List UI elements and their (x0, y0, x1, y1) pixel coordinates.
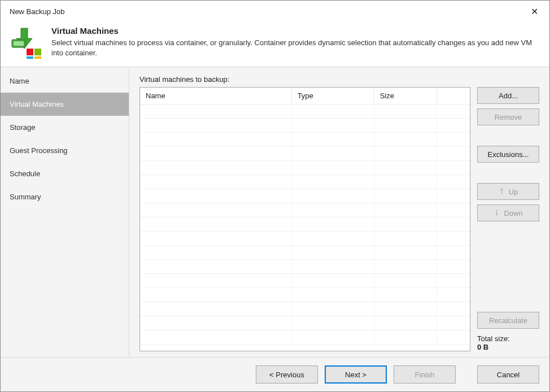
sidebar-item-guest-processing[interactable]: Guest Processing (1, 139, 129, 162)
table-row[interactable] (140, 232, 470, 246)
up-label: Up (509, 188, 518, 196)
next-button[interactable]: Next > (325, 365, 387, 384)
add-button[interactable]: Add... (477, 87, 539, 104)
wizard-footer: < Previous Next > Finish Cancel (1, 357, 549, 391)
arrow-up-icon: 🡑 (499, 188, 505, 195)
exclusions-button[interactable]: Exclusions... (477, 146, 539, 163)
vm-table[interactable]: Name Type Size (139, 87, 470, 351)
sidebar-item-name[interactable]: Name (1, 69, 129, 93)
sidebar-item-virtual-machines[interactable]: Virtual Machines (1, 93, 129, 116)
column-header-size[interactable]: Size (374, 88, 437, 103)
table-row[interactable] (140, 316, 470, 330)
total-size-label: Total size: (477, 334, 539, 343)
column-header-spacer (437, 93, 470, 99)
arrow-down-icon: 🡓 (494, 209, 500, 217)
page-title: Virtual Machines (51, 26, 540, 36)
total-size-value: 0 B (477, 343, 539, 351)
svg-rect-3 (34, 49, 41, 55)
table-body (140, 104, 470, 351)
backup-icon (10, 26, 43, 60)
wizard-sidebar: Name Virtual Machines Storage Guest Proc… (1, 67, 129, 357)
table-label: Virtual machines to backup: (139, 75, 539, 84)
table-row[interactable] (140, 302, 470, 316)
remove-button[interactable]: Remove (477, 108, 539, 125)
table-row[interactable] (140, 260, 470, 274)
sidebar-item-schedule[interactable]: Schedule (1, 162, 129, 185)
table-row[interactable] (140, 104, 470, 119)
titlebar: New Backup Job ✕ (1, 1, 549, 20)
table-header: Name Type Size (140, 88, 470, 104)
svg-rect-5 (34, 56, 41, 59)
up-button[interactable]: 🡑 Up (477, 183, 539, 200)
table-row[interactable] (140, 274, 470, 288)
table-row[interactable] (140, 161, 470, 175)
finish-button[interactable]: Finish (394, 365, 456, 384)
previous-button[interactable]: < Previous (256, 365, 318, 384)
wizard-header: Virtual Machines Select virtual machines… (1, 20, 549, 67)
down-button[interactable]: 🡓 Down (477, 204, 539, 221)
recalculate-button[interactable]: Recalculate (477, 312, 539, 329)
window-title: New Backup Job (10, 7, 65, 16)
close-icon[interactable]: ✕ (526, 5, 543, 18)
table-row[interactable] (140, 147, 470, 161)
table-row[interactable] (140, 175, 470, 189)
action-panel: Add... Remove Exclusions... 🡑 Up 🡓 Down … (477, 87, 539, 351)
svg-rect-4 (27, 56, 33, 59)
sidebar-item-storage[interactable]: Storage (1, 116, 129, 139)
svg-rect-2 (27, 49, 33, 55)
table-row[interactable] (140, 217, 470, 232)
table-row[interactable] (140, 189, 470, 203)
table-row[interactable] (140, 119, 470, 133)
column-header-name[interactable]: Name (140, 88, 292, 103)
table-row[interactable] (140, 246, 470, 260)
table-row[interactable] (140, 203, 470, 217)
page-description: Select virtual machines to process via c… (51, 38, 540, 58)
table-row[interactable] (140, 288, 470, 302)
svg-rect-1 (14, 41, 24, 46)
sidebar-item-summary[interactable]: Summary (1, 185, 129, 208)
table-row[interactable] (140, 330, 470, 345)
column-header-type[interactable]: Type (292, 88, 374, 103)
table-row[interactable] (140, 133, 470, 147)
down-label: Down (504, 209, 522, 217)
cancel-button[interactable]: Cancel (477, 365, 539, 384)
total-size: Total size: 0 B (477, 334, 539, 351)
